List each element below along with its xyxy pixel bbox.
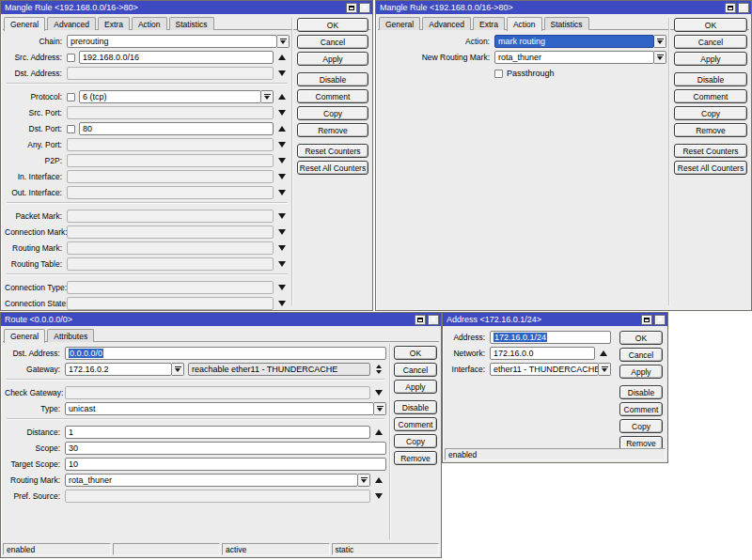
address-input[interactable]: 172.16.0.1/24 — [490, 331, 611, 344]
dropdown-icon[interactable] — [654, 51, 666, 64]
distance-input[interactable]: 1 — [65, 426, 370, 439]
tab-general[interactable]: General — [4, 329, 45, 343]
interface-combobox[interactable]: ether11 - THUNDERCACHE — [490, 363, 599, 376]
maximize-button[interactable] — [415, 315, 426, 325]
new-routing-mark-combobox[interactable]: rota_thuner — [494, 51, 654, 64]
down-arrow-icon[interactable] — [375, 390, 383, 396]
gateway-combobox[interactable]: 172.16.0.2 — [65, 363, 172, 376]
down-arrow-icon[interactable] — [278, 213, 286, 219]
apply-button[interactable]: Apply — [619, 365, 663, 379]
disable-button[interactable]: Disable — [394, 400, 437, 414]
up-arrow-icon[interactable] — [375, 477, 383, 483]
down-arrow-icon[interactable] — [278, 70, 286, 76]
protocol-not-checkbox[interactable] — [67, 93, 75, 101]
remove-button[interactable]: Remove — [394, 451, 437, 465]
copy-button[interactable]: Copy — [297, 106, 368, 120]
down-arrow-icon[interactable] — [278, 285, 286, 290]
chain-combobox[interactable]: prerouting — [67, 35, 277, 48]
routing-table-input[interactable] — [67, 257, 274, 271]
reset-counters-button[interactable]: Reset Counters — [674, 144, 747, 158]
dst-address-input[interactable]: 0.0.0.0/0 — [65, 347, 386, 360]
routing-mark-combobox[interactable]: rota_thuner — [65, 474, 358, 487]
maximize-button[interactable] — [346, 3, 357, 13]
disable-button[interactable]: Disable — [619, 385, 663, 399]
out-interface-input[interactable] — [67, 186, 274, 199]
tab-general[interactable]: General — [379, 17, 420, 30]
tab-statistics[interactable]: Statistics — [544, 17, 589, 30]
copy-button[interactable]: Copy — [619, 419, 663, 433]
down-arrow-icon[interactable] — [278, 190, 286, 195]
close-button[interactable] — [738, 3, 749, 13]
apply-button[interactable]: Apply — [297, 52, 368, 66]
network-input[interactable]: 172.16.0.0 — [490, 347, 595, 360]
up-arrow-icon[interactable] — [278, 54, 286, 60]
titlebar[interactable]: Address <172.16.0.1/24> — [443, 313, 667, 326]
close-button[interactable] — [359, 3, 370, 13]
down-arrow-icon[interactable] — [278, 110, 286, 116]
scope-input[interactable]: 30 — [65, 442, 386, 455]
dropdown-icon[interactable] — [374, 402, 386, 415]
down-arrow-icon[interactable] — [278, 301, 286, 306]
tab-attributes[interactable]: Attributes — [47, 329, 94, 342]
down-arrow-icon[interactable] — [278, 158, 286, 163]
titlebar[interactable]: Mangle Rule <192.168.0.0/16->80> — [1, 1, 372, 14]
packet-mark-input[interactable] — [67, 210, 274, 223]
passthrough-checkbox[interactable] — [494, 70, 503, 78]
comment-button[interactable]: Comment — [297, 89, 368, 103]
down-arrow-icon[interactable] — [278, 261, 286, 267]
in-interface-input[interactable] — [67, 170, 274, 183]
reset-counters-button[interactable]: Reset Counters — [297, 144, 368, 158]
protocol-combobox[interactable]: 6 (tcp) — [79, 90, 261, 103]
target-scope-input[interactable]: 10 — [65, 458, 386, 471]
comment-button[interactable]: Comment — [619, 402, 663, 416]
src-port-input[interactable] — [67, 106, 274, 119]
dropdown-icon[interactable] — [599, 363, 611, 376]
up-down-arrow-icon[interactable] — [376, 365, 382, 374]
titlebar[interactable]: Mangle Rule <192.168.0.0/16->80> — [376, 1, 751, 14]
tab-extra[interactable]: Extra — [473, 17, 505, 30]
cancel-button[interactable]: Cancel — [394, 363, 437, 377]
tab-action[interactable]: Action — [132, 17, 167, 30]
type-combobox[interactable]: unicast — [65, 402, 374, 415]
dropdown-icon[interactable] — [654, 35, 666, 48]
remove-button[interactable]: Remove — [297, 123, 368, 137]
reset-all-counters-button[interactable]: Reset All Counters — [674, 161, 747, 175]
connection-type-input[interactable] — [67, 281, 274, 294]
down-arrow-icon[interactable] — [375, 493, 383, 499]
tab-advanced[interactable]: Advanced — [47, 17, 96, 30]
close-button[interactable] — [428, 315, 439, 325]
reset-all-counters-button[interactable]: Reset All Counters — [297, 161, 368, 175]
disable-button[interactable]: Disable — [674, 72, 747, 86]
dst-address-input[interactable] — [67, 67, 274, 80]
up-arrow-icon[interactable] — [600, 350, 607, 356]
dropdown-icon[interactable] — [172, 363, 184, 376]
dropdown-icon[interactable] — [358, 474, 370, 487]
dropdown-icon[interactable] — [261, 90, 274, 103]
down-arrow-icon[interactable] — [278, 142, 286, 148]
down-arrow-icon[interactable] — [278, 245, 286, 251]
tab-statistics[interactable]: Statistics — [169, 17, 214, 30]
tab-action[interactable]: Action — [507, 17, 542, 31]
maximize-button[interactable] — [641, 315, 652, 325]
connection-mark-input[interactable] — [67, 226, 274, 239]
remove-button[interactable]: Remove — [674, 123, 747, 137]
p2p-input[interactable] — [67, 154, 274, 167]
tab-general[interactable]: General — [4, 17, 45, 31]
tab-advanced[interactable]: Advanced — [422, 17, 471, 30]
dst-port-input[interactable]: 80 — [79, 122, 274, 135]
tab-extra[interactable]: Extra — [98, 17, 130, 30]
src-address-input[interactable]: 192.168.0.0/16 — [79, 51, 274, 64]
action-combobox[interactable]: mark routing — [494, 35, 654, 48]
up-arrow-icon[interactable] — [375, 429, 383, 435]
src-address-not-checkbox[interactable] — [67, 54, 75, 62]
up-arrow-icon[interactable] — [278, 94, 286, 100]
ok-button[interactable]: OK — [394, 346, 437, 360]
copy-button[interactable]: Copy — [394, 434, 437, 448]
disable-button[interactable]: Disable — [297, 72, 368, 86]
close-button[interactable] — [654, 315, 666, 325]
connection-state-input[interactable] — [67, 297, 274, 310]
cancel-button[interactable]: Cancel — [619, 348, 663, 362]
ok-button[interactable]: OK — [619, 331, 663, 345]
copy-button[interactable]: Copy — [674, 106, 747, 120]
routing-mark-input[interactable] — [67, 241, 274, 255]
